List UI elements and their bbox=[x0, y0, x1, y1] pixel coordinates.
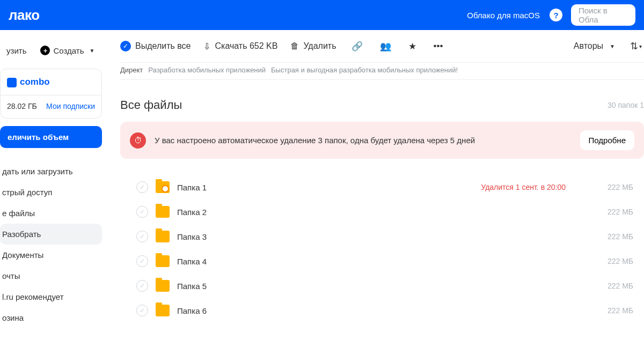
sidebar-item[interactable]: Документы bbox=[0, 245, 102, 265]
more-icon[interactable]: ••• bbox=[431, 39, 445, 54]
delete-label: Удалить bbox=[303, 41, 336, 51]
download-button[interactable]: ⇩ Скачать 652 KB bbox=[203, 41, 277, 51]
folder-icon bbox=[156, 280, 170, 292]
row-checkbox[interactable]: ✓ bbox=[136, 206, 148, 218]
folder-size: 222 МБ bbox=[590, 257, 633, 265]
folder-name: Папка 4 bbox=[177, 257, 583, 266]
folder-icon bbox=[156, 255, 170, 267]
folder-size: 222 МБ bbox=[590, 232, 633, 241]
folder-row[interactable]: ✓Папка 5222 МБ bbox=[120, 274, 644, 298]
upload-button[interactable]: узить bbox=[2, 43, 31, 58]
sidebar-item[interactable]: l.ru рекомендует bbox=[0, 286, 102, 307]
app-logo[interactable]: лако bbox=[9, 7, 40, 24]
folder-size: 222 МБ bbox=[590, 282, 633, 290]
row-checkbox[interactable]: ✓ bbox=[136, 255, 148, 267]
alert-details-button[interactable]: Подробне bbox=[580, 130, 634, 150]
divider bbox=[1, 95, 101, 95]
combo-title[interactable]: combo bbox=[7, 77, 95, 87]
folder-row[interactable]: ✓Папка 4222 МБ bbox=[120, 249, 644, 274]
folder-icon bbox=[156, 231, 170, 242]
sidebar-item[interactable]: стрый доступ bbox=[0, 182, 102, 203]
sidebar-item[interactable]: очты bbox=[0, 265, 102, 286]
macos-download-link[interactable]: Облако для macOS bbox=[463, 11, 540, 20]
download-label: Скачать 652 KB bbox=[215, 41, 277, 51]
chevron-down-icon: ▼ bbox=[610, 43, 615, 49]
combo-card: combo 28.02 ГБ Мои подписки bbox=[0, 69, 102, 119]
folder-row[interactable]: ✓Папка 1Удалится 1 сент. в 20:00222 МБ bbox=[120, 175, 644, 200]
macos-link-label: Облако для macOS bbox=[467, 11, 540, 20]
sidebar-item[interactable]: озина bbox=[0, 307, 102, 328]
folder-icon bbox=[156, 206, 170, 218]
sort-button[interactable]: ⇅▾ bbox=[628, 38, 644, 54]
folder-icon bbox=[156, 181, 170, 193]
delete-warning: Удалится 1 сент. в 20:00 bbox=[481, 183, 566, 191]
folder-name: Папка 6 bbox=[177, 306, 583, 315]
ad-text-2: Быстрая и выгодная разработка мобильных … bbox=[271, 66, 458, 74]
ad-text-1: Разработка мобильных приложений bbox=[148, 66, 266, 74]
authors-label: Авторы bbox=[574, 41, 603, 51]
subscriptions-link[interactable]: Мои подписки bbox=[46, 102, 95, 110]
folder-name: Папка 5 bbox=[177, 282, 583, 291]
authors-filter[interactable]: Авторы ▼ bbox=[574, 41, 615, 51]
share-people-icon[interactable]: 👥 bbox=[378, 39, 393, 54]
create-label: Создать bbox=[53, 46, 84, 55]
help-icon[interactable]: ? bbox=[550, 9, 562, 21]
create-button[interactable]: + Создать ▼ bbox=[36, 42, 99, 58]
row-checkbox[interactable]: ✓ bbox=[136, 181, 148, 193]
chevron-down-icon: ▼ bbox=[89, 48, 94, 54]
row-checkbox[interactable]: ✓ bbox=[136, 305, 148, 316]
trash-icon: 🗑 bbox=[290, 41, 299, 51]
folder-size: 222 МБ bbox=[590, 183, 633, 191]
check-icon: ✓ bbox=[120, 41, 131, 51]
folder-name: Папка 2 bbox=[177, 208, 583, 217]
folder-icon bbox=[156, 305, 170, 316]
file-list: ✓Папка 1Удалится 1 сент. в 20:00222 МБ✓П… bbox=[120, 175, 644, 323]
search-input[interactable]: Поиск в Обла bbox=[571, 4, 635, 26]
alert-text: У вас настроено автоматическое удаление … bbox=[155, 136, 572, 145]
sidebar-item[interactable]: Разобрать bbox=[0, 224, 102, 245]
folder-size: 222 МБ bbox=[590, 208, 633, 216]
clock-alert-icon: ⏱ bbox=[130, 132, 146, 149]
sidebar-item[interactable]: дать или загрузить bbox=[0, 161, 102, 182]
folder-name: Папка 3 bbox=[177, 232, 583, 241]
star-icon[interactable]: ★ bbox=[406, 39, 419, 54]
folder-row[interactable]: ✓Папка 3222 МБ bbox=[120, 224, 644, 249]
download-icon: ⇩ bbox=[203, 41, 210, 51]
folder-row[interactable]: ✓Папка 2222 МБ bbox=[120, 200, 644, 224]
sidebar-item[interactable]: е файлы bbox=[0, 203, 102, 224]
link-icon[interactable]: 🔗 bbox=[349, 39, 365, 54]
auto-delete-alert: ⏱ У вас настроено автоматическое удалени… bbox=[120, 122, 644, 159]
folder-count: 30 папок 1 bbox=[608, 101, 644, 109]
storage-used: 28.02 ГБ bbox=[7, 102, 37, 110]
page-title: Все файлы bbox=[120, 98, 182, 112]
ad-label: Директ bbox=[120, 66, 143, 74]
ad-banner[interactable]: Директ Разработка мобильных приложений Б… bbox=[120, 62, 644, 80]
select-all-label: Выделить все bbox=[135, 41, 191, 51]
delete-button[interactable]: 🗑 Удалить bbox=[290, 41, 336, 51]
upload-label: узить bbox=[6, 46, 26, 55]
upgrade-storage-button[interactable]: еличить объем bbox=[0, 126, 102, 148]
plus-icon: + bbox=[40, 46, 50, 55]
folder-row[interactable]: ✓Папка 6222 МБ bbox=[120, 298, 644, 323]
row-checkbox[interactable]: ✓ bbox=[136, 231, 148, 242]
folder-size: 222 МБ bbox=[590, 306, 633, 315]
row-checkbox[interactable]: ✓ bbox=[136, 280, 148, 292]
folder-name: Папка 1 bbox=[177, 183, 473, 192]
search-placeholder: Поиск в Обла bbox=[579, 6, 628, 24]
sidebar-nav: дать или загрузитьстрый доступе файлыРаз… bbox=[0, 161, 107, 328]
select-all-button[interactable]: ✓ Выделить все bbox=[120, 41, 191, 51]
